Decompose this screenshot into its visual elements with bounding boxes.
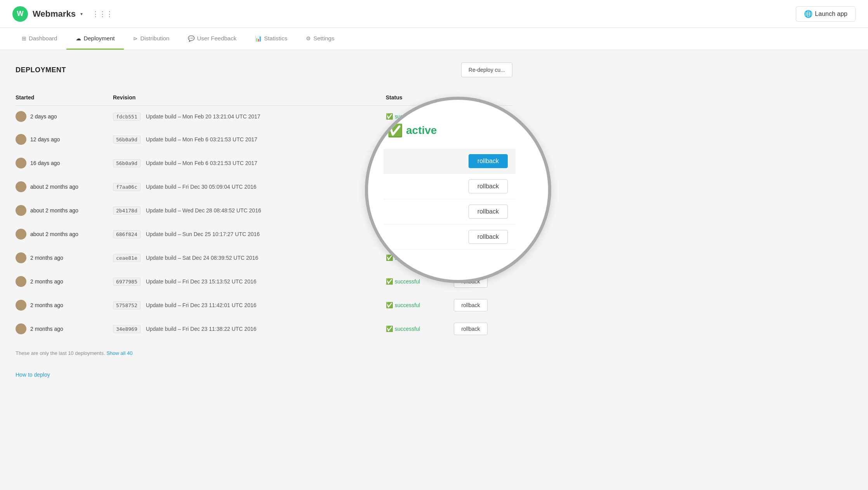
nav-item-settings[interactable]: ⚙ Settings <box>297 28 344 50</box>
avatar <box>16 205 26 216</box>
started-text: 16 days ago <box>30 160 60 166</box>
rollback-button[interactable]: rollback <box>454 181 487 193</box>
avatar <box>16 111 26 122</box>
success-icon: ✅ <box>386 302 393 309</box>
header-right: 🌐 Launch app <box>796 6 856 22</box>
avatar <box>16 229 26 240</box>
grid-icon[interactable]: ⋮⋮⋮ <box>92 10 113 18</box>
avatar <box>16 300 26 311</box>
avatar <box>16 252 26 263</box>
started-cell: 2 months ago <box>16 276 107 287</box>
nav-item-user-feedback[interactable]: 💬 User Feedback <box>179 28 246 50</box>
header: W Webmarks ▾ ⋮⋮⋮ 🌐 Launch app <box>0 0 868 28</box>
header-left: W Webmarks ▾ ⋮⋮⋮ <box>12 6 796 22</box>
success-icon: ✅ <box>386 183 393 190</box>
status-text: successful <box>395 184 420 190</box>
avatar <box>16 181 26 192</box>
revision-badge: 686f824 <box>113 230 141 238</box>
started-text: 2 months ago <box>30 302 63 308</box>
section-title: DEPLOYMENT <box>16 66 66 74</box>
commit-message: Update build – Mon Feb 6 03:21:53 UTC 20… <box>146 136 257 142</box>
main-nav: ⊞ Dashboard ☁ Deployment ⊳ Distribution … <box>0 28 868 50</box>
status-text: successful <box>395 136 420 142</box>
nav-item-statistics[interactable]: 📊 Statistics <box>246 28 297 50</box>
dashboard-icon: ⊞ <box>22 35 26 42</box>
started-cell: about 2 months ago <box>16 229 107 240</box>
deployments-table: Started Revision Status 2 days ago fdcb5… <box>16 90 512 341</box>
deployment-icon: ☁ <box>76 35 81 42</box>
rollback-button[interactable]: rollback <box>454 323 487 335</box>
rollback-button[interactable]: rollback <box>454 157 487 169</box>
col-header-status: Status <box>386 90 454 106</box>
rollback-button[interactable]: rollback <box>454 275 487 288</box>
redeploy-button[interactable]: Re-deploy cu... <box>461 63 512 77</box>
table-row: 12 days ago 56b0a9d Update build – Mon F… <box>16 128 512 151</box>
started-text: 2 months ago <box>30 326 63 332</box>
statistics-icon: 📊 <box>255 35 262 42</box>
launch-app-button[interactable]: 🌐 Launch app <box>796 6 856 22</box>
status-badge: ✅ successful <box>386 302 448 309</box>
success-icon: ✅ <box>386 325 393 332</box>
started-cell: 16 days ago <box>16 158 107 169</box>
revision-badge: 2b4178d <box>113 207 141 215</box>
globe-icon: 🌐 <box>804 10 812 18</box>
commit-message: Update build – Fri Dec 23 11:38:22 UTC 2… <box>146 326 257 332</box>
how-to-deploy-link[interactable]: How to deploy <box>16 372 50 378</box>
app-dropdown-icon[interactable]: ▾ <box>80 11 83 17</box>
status-badge: ✅ successful <box>386 278 448 285</box>
revision-badge: f7aa06c <box>113 183 141 191</box>
revision-badge: 56b0a9d <box>113 159 141 167</box>
rollback-button[interactable]: rollback <box>454 252 487 264</box>
started-cell: about 2 months ago <box>16 181 107 192</box>
status-text: successful <box>395 113 420 120</box>
avatar <box>16 158 26 169</box>
success-icon: ✅ <box>386 278 393 285</box>
commit-message: Update build – Wed Dec 28 08:48:52 UTC 2… <box>146 207 261 214</box>
section-header: DEPLOYMENT Re-deploy cu... <box>16 63 512 77</box>
success-icon: ✅ <box>386 160 393 167</box>
status-text: successful <box>395 231 420 237</box>
rollback-button[interactable]: rollback <box>454 204 487 217</box>
status-badge: ✅ successful <box>386 113 448 120</box>
user-feedback-icon: 💬 <box>188 35 194 42</box>
started-cell: 2 months ago <box>16 252 107 263</box>
nav-item-dashboard[interactable]: ⊞ Dashboard <box>12 28 66 50</box>
revision-badge: 56b0a9d <box>113 136 141 144</box>
rollback-button[interactable]: rollback <box>454 228 487 240</box>
status-badge: ✅ successful <box>386 183 448 190</box>
show-all-link[interactable]: Show all 40 <box>106 350 132 356</box>
status-text: successful <box>395 302 420 308</box>
revision-badge: 34e8969 <box>113 325 141 333</box>
nav-item-distribution[interactable]: ⊳ Distribution <box>124 28 179 50</box>
started-cell: 12 days ago <box>16 134 107 145</box>
started-cell: 2 months ago <box>16 323 107 334</box>
status-text: successful <box>395 255 420 261</box>
revision-badge: fdcb551 <box>113 113 141 121</box>
footer-note: These are only the last 10 deployments. … <box>16 350 512 356</box>
avatar <box>16 323 26 334</box>
settings-icon: ⚙ <box>306 35 311 42</box>
table-row: about 2 months ago 2b4178d Update build … <box>16 199 512 222</box>
started-cell: 2 months ago <box>16 300 107 311</box>
commit-message: Update build – Fri Dec 30 05:09:04 UTC 2… <box>146 184 257 190</box>
col-header-revision: Revision <box>113 90 386 106</box>
rollback-button[interactable]: rollback <box>454 299 487 311</box>
revision-badge: 6977985 <box>113 278 141 286</box>
status-text: successful <box>395 160 420 166</box>
nav-item-deployment[interactable]: ☁ Deployment <box>66 28 124 50</box>
started-cell: 2 days ago <box>16 111 107 122</box>
status-text: successful <box>395 326 420 332</box>
table-row: 2 months ago ceae81e Update build – Sat … <box>16 246 512 270</box>
revision-badge: 5758752 <box>113 301 141 309</box>
status-badge: ✅ successful <box>386 160 448 167</box>
col-header-action <box>454 90 512 106</box>
col-header-started: Started <box>16 90 113 106</box>
commit-message: Update build – Fri Dec 23 15:13:52 UTC 2… <box>146 278 257 285</box>
started-text: 2 months ago <box>30 255 63 261</box>
rollback-button[interactable]: rollback <box>454 133 487 146</box>
commit-message: Update build – Sun Dec 25 10:17:27 UTC 2… <box>146 231 260 237</box>
table-row: 2 days ago fdcb551 Update build – Mon Fe… <box>16 106 512 128</box>
app-name: Webmarks <box>33 9 76 19</box>
success-icon: ✅ <box>386 136 393 143</box>
table-row: 2 months ago 34e8969 Update build – Fri … <box>16 317 512 341</box>
